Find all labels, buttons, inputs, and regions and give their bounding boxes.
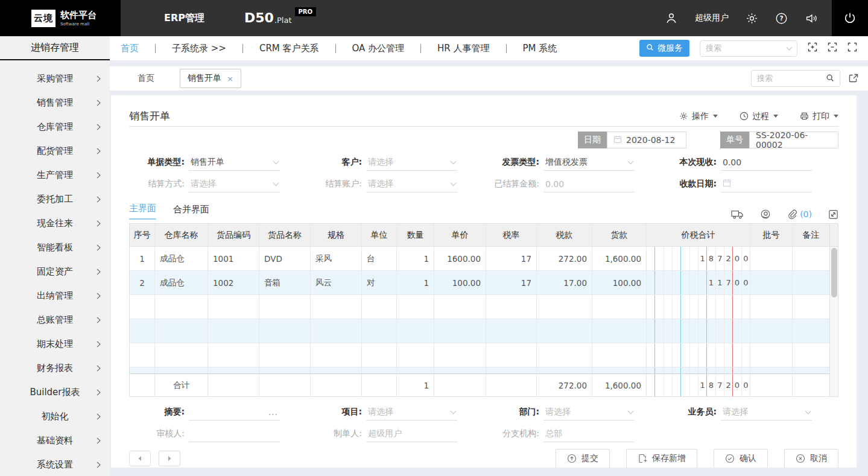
settled-amount-input[interactable]: 0.00 (543, 176, 635, 192)
cell[interactable]: 1 (130, 247, 155, 270)
settle-method-select[interactable]: 请选择 (189, 176, 280, 192)
save-new-button[interactable]: 保存新增 (626, 449, 697, 468)
cell[interactable]: 风云 (311, 271, 362, 294)
department-select[interactable]: 请选择 (543, 404, 635, 420)
prev-record-button[interactable] (129, 451, 151, 466)
summary-input[interactable]: ... (189, 404, 280, 420)
amount-digit-grid[interactable] (647, 343, 750, 367)
cell[interactable]: 272.00 (537, 247, 592, 270)
logout-power-icon[interactable] (832, 0, 868, 36)
sidebar-item-production[interactable]: 生产管理 (0, 163, 110, 187)
cell[interactable]: 1002 (208, 271, 259, 294)
confirm-button[interactable]: 确认 (714, 449, 768, 468)
open-in-new-icon[interactable] (848, 73, 859, 84)
branch-input[interactable]: 总部 (543, 425, 635, 442)
sidebar-item-builder-report[interactable]: Builder报表 (0, 380, 110, 404)
table-row-empty[interactable] (130, 295, 829, 319)
amount-digit-grid[interactable] (647, 367, 750, 373)
print-dropdown[interactable]: 打印 (800, 111, 838, 122)
cell[interactable]: 成品仓 (155, 271, 208, 294)
table-row-empty[interactable] (130, 319, 829, 343)
sidebar-item-sales[interactable]: 销售管理 (0, 90, 110, 115)
invoice-type-select[interactable]: 增值税发票 (543, 154, 635, 171)
minimize-icon[interactable] (828, 42, 837, 54)
cell[interactable]: 采风 (311, 247, 362, 270)
global-search-input[interactable]: 搜索 (700, 40, 797, 57)
nav-hr[interactable]: HR 人事管理 (437, 43, 489, 54)
sidebar-item-finance-report[interactable]: 财务报表 (0, 356, 110, 380)
expand-grid-icon[interactable] (828, 209, 838, 220)
amount-digit-grid[interactable] (647, 319, 750, 343)
sidebar-item-purchase[interactable]: 采购管理 (0, 66, 110, 90)
process-dropdown[interactable]: 过程 (740, 111, 778, 122)
creator-input[interactable]: 超级用户 (366, 425, 457, 442)
username[interactable]: 超级用户 (695, 13, 729, 24)
tab-search-input[interactable]: 搜索 (751, 70, 840, 87)
nav-crm[interactable]: CRM 客户关系 (259, 43, 319, 54)
amount-digit-grid[interactable] (647, 295, 750, 319)
cell[interactable]: 100.00 (434, 271, 486, 294)
tab-merged-view[interactable]: 合并界面 (173, 204, 209, 220)
customer-select[interactable]: 请选择 (366, 154, 457, 171)
next-record-button[interactable] (159, 451, 180, 466)
tab-home[interactable]: 首页 (138, 73, 154, 84)
cell[interactable] (793, 247, 829, 270)
table-row-1[interactable]: 1 成品仓 1001 DVD 采风 台 1 1600.00 17 272.00 … (130, 247, 829, 271)
cell[interactable] (750, 271, 793, 294)
amount-digit-grid[interactable]: 11700 (647, 271, 750, 294)
fullscreen-icon[interactable] (847, 42, 857, 54)
close-icon[interactable]: × (227, 74, 233, 83)
cell[interactable] (793, 271, 829, 294)
table-row-empty[interactable] (130, 343, 829, 367)
cell[interactable]: 1 (397, 271, 434, 294)
settings-gear-icon[interactable] (746, 12, 758, 25)
cell[interactable]: 2 (130, 271, 155, 294)
sidebar-item-cashier[interactable]: 出纳管理 (0, 284, 110, 308)
nav-oa[interactable]: OA 办公管理 (352, 43, 405, 54)
project-select[interactable]: 请选择 (366, 404, 457, 420)
cancel-button[interactable]: 取消 (784, 449, 838, 468)
sidebar-item-fixed-assets[interactable]: 固定资产 (0, 259, 110, 284)
microservice-button[interactable]: 微服务 (639, 40, 689, 57)
operate-dropdown[interactable]: 操作 (679, 111, 718, 122)
nav-subsystems[interactable]: 子系统录 >> (172, 43, 226, 54)
submit-button[interactable]: 提交 (556, 449, 610, 468)
cell[interactable]: 音箱 (259, 271, 311, 294)
sidebar-item-ledger[interactable]: 总账管理 (0, 308, 110, 332)
tab-sales-order[interactable]: 销售开单 × (180, 69, 241, 88)
cell[interactable] (750, 247, 793, 270)
cell[interactable]: DVD (259, 247, 311, 270)
doc-type-select[interactable]: 销售开单 (189, 154, 280, 171)
cash-received-input[interactable]: 0.00 (721, 154, 812, 171)
maximize-icon[interactable] (808, 42, 817, 54)
salesman-select[interactable]: 请选择 (721, 404, 812, 420)
sidebar-item-base-data[interactable]: 基础资料 (0, 428, 110, 452)
more-icon[interactable]: ... (268, 407, 278, 417)
cell[interactable]: 1600.00 (434, 247, 486, 270)
table-row-empty[interactable] (130, 367, 829, 373)
cell[interactable]: 对 (362, 271, 397, 294)
sidebar-item-distribution[interactable]: 配货管理 (0, 139, 110, 163)
sidebar-item-cash[interactable]: 现金往来 (0, 211, 110, 235)
cell[interactable]: 100.00 (592, 271, 647, 294)
doc-number-input[interactable]: SS-2020-06-00002 (749, 132, 838, 148)
sidebar-item-outsourcing[interactable]: 委托加工 (0, 187, 110, 211)
nav-home[interactable]: 首页 (121, 43, 139, 54)
table-scrollbar[interactable] (829, 224, 838, 396)
cell[interactable]: 成品仓 (155, 247, 208, 270)
table-row-2[interactable]: 2 成品仓 1002 音箱 风云 对 1 100.00 17 17.00 100… (130, 271, 829, 295)
nav-pm[interactable]: PM 系统 (523, 43, 557, 54)
user-icon[interactable] (665, 11, 678, 25)
tab-main-view[interactable]: 主界面 (129, 203, 156, 220)
receipt-date-input[interactable] (721, 176, 812, 192)
module-title[interactable]: 进销存管理 (0, 36, 110, 60)
sidebar-item-initialization[interactable]: 初始化 (0, 404, 110, 428)
cell[interactable]: 台 (362, 247, 397, 270)
scrollbar-thumb[interactable] (831, 248, 837, 297)
sidebar-item-dashboard[interactable]: 智能看板 (0, 235, 110, 259)
cell[interactable]: 1,600.00 (592, 247, 647, 270)
date-input[interactable]: 2020-08-12 (607, 132, 686, 148)
attachment-paperclip-icon[interactable]: (0) (787, 209, 812, 220)
help-icon[interactable]: ? (775, 12, 788, 25)
coin-icon[interactable] (760, 209, 771, 220)
